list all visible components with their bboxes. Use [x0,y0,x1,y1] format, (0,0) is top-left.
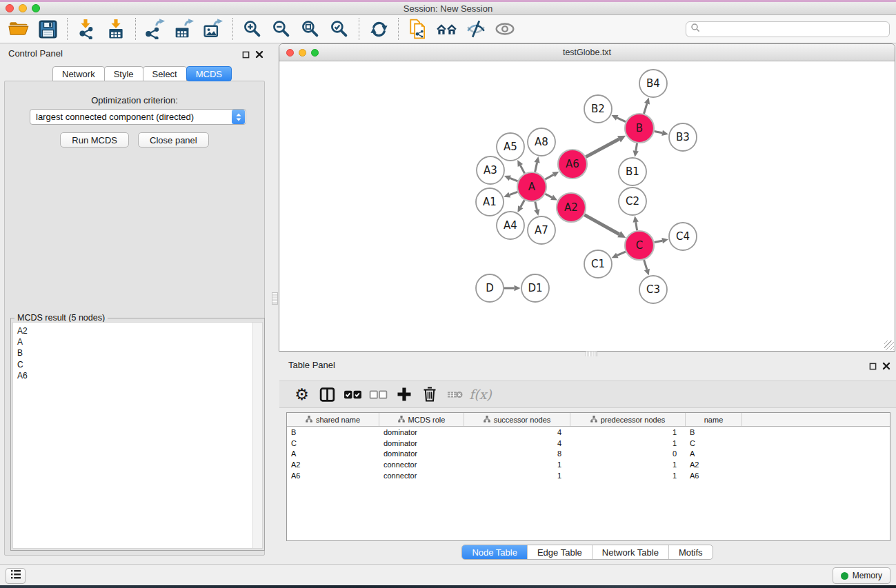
table-cell[interactable]: 1 [570,428,686,436]
table-cell[interactable]: 4 [464,428,570,436]
tab-motifs[interactable]: Motifs [668,545,713,559]
tab-select[interactable]: Select [143,66,187,81]
main-titlebar[interactable]: Session: New Session [0,2,896,15]
graph-node-A1[interactable]: A1 [476,188,504,216]
column-header-shared-name[interactable]: shared name [287,413,379,426]
table-cell[interactable]: A2 [287,460,379,469]
column-header-predecessor-nodes[interactable]: predecessor nodes [570,413,686,426]
result-scrollbar[interactable] [252,323,262,548]
table-row[interactable]: Bdominator41B [287,427,890,438]
graph-node-A3[interactable]: A3 [477,156,504,184]
graph-node-A5[interactable]: A5 [497,133,524,161]
graph-node-C2[interactable]: C2 [619,187,646,215]
graph-edge-A-A4[interactable] [521,200,525,207]
table-cell[interactable]: dominator [379,439,464,447]
tab-node-table[interactable]: Node Table [462,545,527,559]
table-options-button[interactable]: ⚙ [289,383,315,406]
zoom-in-button[interactable] [238,17,267,41]
result-item[interactable]: B [13,347,262,358]
close-table-panel-icon[interactable] [882,361,890,373]
result-item[interactable]: C [13,359,262,370]
graph-node-B4[interactable]: B4 [639,70,667,97]
table-cell[interactable]: 1 [464,472,570,480]
column-header-successor-nodes[interactable]: successor nodes [464,413,570,426]
table-cell[interactable]: dominator [379,428,464,436]
graph-node-C1[interactable]: C1 [584,250,612,278]
zoom-selected-button[interactable] [325,17,354,41]
graph-node-B1[interactable]: B1 [619,158,646,185]
graph-node-A4[interactable]: A4 [497,212,524,239]
task-history-button[interactable] [6,568,26,584]
graph-edge-A2-C[interactable] [584,215,619,234]
close-panel-icon[interactable] [255,49,263,61]
float-panel-icon[interactable] [242,49,250,61]
result-item[interactable]: A6 [13,370,262,381]
tab-network[interactable]: Network [52,66,105,81]
table-cell[interactable]: A2 [686,460,742,469]
save-session-button[interactable] [33,17,62,41]
graph-edge-A-A7[interactable] [535,201,537,210]
graph-node-C3[interactable]: C3 [639,276,667,303]
table-cell[interactable]: connector [379,472,464,480]
graph-node-C[interactable]: C [625,231,654,260]
table-cell[interactable]: 0 [570,449,686,458]
graph-edge-C-C2[interactable] [636,222,637,230]
hide-panels-button[interactable] [461,17,490,41]
mcds-result-list[interactable]: A2ABCA6 [12,322,263,549]
create-column-button[interactable] [391,383,417,406]
result-item[interactable]: A [13,336,262,347]
graph-node-B[interactable]: B [625,114,654,143]
column-header-name[interactable]: name [686,413,742,426]
show-columns-button[interactable] [315,383,340,406]
graph-edge-A-A2[interactable] [545,194,552,197]
tab-network-table[interactable]: Network Table [592,545,668,559]
graph-node-B3[interactable]: B3 [669,123,697,151]
table-cell[interactable]: connector [379,460,464,469]
table-cell[interactable]: A [686,449,742,458]
export-image-button[interactable] [199,17,228,41]
zoom-out-button[interactable] [267,17,296,41]
tab-style[interactable]: Style [104,66,143,81]
zoom-fit-button[interactable] [296,17,325,41]
vertical-splitter-grip[interactable] [272,292,278,305]
tab-mcds[interactable]: MCDS [186,66,232,81]
graph-edge-A-A8[interactable] [535,163,537,172]
graph-edge-B-B4[interactable] [644,103,647,114]
graph-edge-C-C3[interactable] [644,260,647,270]
graph-node-C4[interactable]: C4 [669,223,697,250]
table-row[interactable]: A6connector11A6 [287,470,890,481]
optimization-criterion-select[interactable]: largest connected component (directed) [30,109,246,125]
table-cell[interactable]: A [287,449,379,458]
network-canvas[interactable]: B4B2BB3A8A5A6A3B1AA1C2A2A4A7C4CC1C3DD1 [279,61,895,351]
table-row[interactable]: A2connector11A2 [287,459,890,470]
graph-edge-A-A1[interactable] [510,192,518,194]
table-cell[interactable]: 1 [464,460,570,469]
table-cell[interactable]: 4 [464,439,570,447]
show-panels-button[interactable] [490,17,519,41]
graph-node-A[interactable]: A [517,172,546,201]
deselect-all-rows-button[interactable] [366,383,391,406]
window-resize-handle[interactable] [884,341,894,350]
table-cell[interactable]: C [686,439,742,447]
graph-edge-A-A3[interactable] [510,178,517,181]
refresh-layout-button[interactable] [364,17,393,41]
graph-node-A2[interactable]: A2 [557,193,586,222]
graph-edge-B-B1[interactable] [636,143,637,151]
import-table-button[interactable] [101,17,130,41]
network-from-file-button[interactable] [404,17,432,41]
table-cell[interactable]: A6 [686,472,742,480]
search-box[interactable] [686,21,890,37]
result-item[interactable]: A2 [13,325,262,336]
column-header-MCDS-role[interactable]: MCDS role [379,413,464,426]
close-panel-button[interactable]: Close panel [138,132,209,148]
table-cell[interactable]: C [287,439,379,447]
search-input[interactable] [704,23,885,34]
graph-edge-A-A6[interactable] [545,174,553,179]
tab-edge-table[interactable]: Edge Table [527,545,592,559]
table-cell[interactable]: 1 [570,472,686,480]
graph-edge-A-A5[interactable] [520,165,524,174]
table-cell[interactable]: A6 [287,472,379,480]
graph-edge-C-C4[interactable] [655,241,663,242]
table-row[interactable]: Adominator80A [287,449,890,460]
graph-node-A6[interactable]: A6 [558,150,587,179]
